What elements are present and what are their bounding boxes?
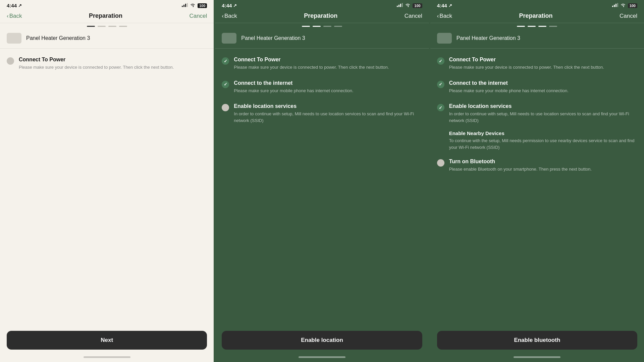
step-desc-3-1: Please make sure your device is connecte… — [449, 64, 604, 71]
battery-badge-1: 100 — [198, 3, 207, 8]
step-content-2-1: Connect To Power Please make sure your d… — [234, 57, 389, 71]
step-title-2-1: Connect To Power — [234, 57, 389, 63]
action-button-3[interactable]: Enable bluetooth — [437, 331, 637, 350]
status-time-2: 4:44 ↗ — [222, 3, 237, 8]
bottom-area-2: Enable location — [215, 327, 429, 356]
step-title-2-2: Connect to the internet — [234, 80, 353, 86]
signal-icon-2 — [397, 3, 403, 8]
sub-step-title-3-1: Enable Nearby Devices — [449, 130, 637, 136]
phone-panel-2: 4:44 ↗ 100 ‹ Back Preparation Cancel Pan… — [215, 0, 429, 362]
progress-dot-2-3 — [323, 26, 331, 27]
step-item-3-4: Turn on Bluetooth Please enable Bluetoot… — [430, 154, 644, 177]
step-title-1-1: Connect To Power — [19, 57, 174, 63]
progress-dots-1 — [0, 23, 214, 28]
device-icon-1 — [7, 33, 21, 44]
svg-rect-2 — [185, 4, 186, 7]
signal-icon-1 — [182, 3, 188, 8]
step-indicator-2-3 — [222, 104, 229, 111]
status-icons-2: 100 — [397, 3, 422, 8]
progress-dots-2 — [215, 23, 429, 28]
step-desc-2-1: Please make sure your device is connecte… — [234, 64, 389, 71]
progress-dot-1-1 — [87, 26, 95, 27]
home-indicator-3 — [514, 356, 560, 358]
steps-list-3: Connect To Power Please make sure your d… — [430, 49, 644, 327]
device-header-2: Panel Heater Generation 3 — [215, 28, 429, 49]
device-name-1: Panel Heater Generation 3 — [26, 35, 90, 41]
progress-dot-1-3 — [108, 26, 116, 27]
progress-dot-2-4 — [334, 26, 342, 27]
device-header-1: Panel Heater Generation 3 — [0, 28, 214, 49]
step-item-2-2: Connect to the internet Please make sure… — [215, 75, 429, 99]
step-title-3-1: Connect To Power — [449, 57, 604, 63]
wifi-icon-1 — [190, 3, 196, 8]
nav-bar-3: ‹ Back Preparation Cancel — [430, 10, 644, 23]
step-title-3-3: Enable location services — [449, 103, 637, 109]
back-button-1[interactable]: ‹ Back — [7, 13, 22, 19]
cancel-button-2[interactable]: Cancel — [405, 13, 422, 19]
nav-bar-2: ‹ Back Preparation Cancel — [215, 10, 429, 23]
step-desc-2-2: Please make sure your mobile phone has i… — [234, 87, 353, 94]
phone-panel-1: 4:44 ↗ 100 ‹ Back Preparation Cancel Pan… — [0, 0, 214, 362]
step-indicator-1-1 — [7, 57, 14, 65]
step-item-2-3: Enable location services In order to con… — [215, 99, 429, 128]
cancel-button-1[interactable]: Cancel — [189, 13, 207, 19]
wifi-icon-3 — [620, 3, 626, 8]
step-desc-2-3: In order to continue with setup, Mill ne… — [234, 111, 422, 124]
step-item-3-2: Connect to the internet Please make sure… — [430, 75, 644, 99]
location-arrow-icon: ↗ — [18, 3, 22, 8]
svg-rect-9 — [614, 5, 615, 7]
action-button-1[interactable]: Next — [7, 331, 207, 350]
steps-list-2: Connect To Power Please make sure your d… — [215, 49, 429, 327]
device-icon-2 — [222, 33, 236, 44]
svg-rect-0 — [182, 6, 183, 7]
step-content-3-2: Connect to the internet Please make sure… — [449, 80, 569, 94]
step-content-3-4: Turn on Bluetooth Please enable Bluetoot… — [449, 159, 592, 173]
status-time-1: 4:44 ↗ — [7, 3, 22, 8]
action-button-2[interactable]: Enable location — [222, 331, 422, 350]
step-desc-3-2: Please make sure your mobile phone has i… — [449, 87, 569, 94]
step-title-3-4: Turn on Bluetooth — [449, 159, 592, 165]
cancel-button-3[interactable]: Cancel — [620, 13, 637, 19]
progress-dots-3 — [430, 23, 644, 28]
svg-rect-4 — [397, 6, 398, 7]
status-bar-1: 4:44 ↗ 100 — [0, 0, 214, 10]
progress-dot-1-2 — [98, 26, 106, 27]
status-time-3: 4:44 ↗ — [437, 3, 452, 8]
step-content-2-2: Connect to the internet Please make sure… — [234, 80, 353, 94]
phone-panel-3: 4:44 ↗ 100 ‹ Back Preparation Cancel Pan… — [430, 0, 644, 362]
battery-badge-2: 100 — [413, 3, 422, 8]
back-button-2[interactable]: ‹ Back — [222, 13, 237, 19]
device-name-2: Panel Heater Generation 3 — [241, 35, 305, 41]
svg-rect-8 — [612, 6, 613, 7]
step-content-3-3: Enable location services In order to con… — [449, 103, 637, 124]
svg-rect-3 — [187, 3, 188, 7]
step-indicator-3-3 — [437, 104, 444, 111]
home-indicator-2 — [299, 356, 345, 358]
step-indicator-2-1 — [222, 57, 229, 65]
step-desc-3-4: Please enable Bluetooth on your smartpho… — [449, 166, 592, 173]
steps-list-1: Connect To Power Please make sure your d… — [0, 49, 214, 327]
step-desc-3-3: In order to continue with setup, Mill ne… — [449, 111, 637, 124]
device-name-3: Panel Heater Generation 3 — [457, 35, 520, 41]
signal-icon-3 — [612, 3, 618, 8]
svg-rect-7 — [402, 3, 403, 7]
sub-step-desc-3-1: To continue with the setup, Mill needs p… — [449, 137, 637, 150]
status-bar-3: 4:44 ↗ 100 — [430, 0, 644, 10]
progress-dot-3-2 — [528, 26, 536, 27]
bottom-area-3: Enable bluetooth — [430, 327, 644, 356]
progress-dot-3-3 — [538, 26, 546, 27]
device-header-3: Panel Heater Generation 3 — [430, 28, 644, 49]
back-button-3[interactable]: ‹ Back — [437, 13, 452, 19]
svg-rect-5 — [398, 5, 399, 7]
progress-dot-2-1 — [302, 26, 310, 27]
svg-rect-10 — [615, 4, 616, 7]
bottom-area-1: Next — [0, 327, 214, 356]
location-arrow-icon-2: ↗ — [233, 3, 237, 8]
step-title-3-2: Connect to the internet — [449, 80, 569, 86]
progress-dot-3-4 — [549, 26, 557, 27]
step-desc-1-1: Please make sure your device is connecte… — [19, 64, 174, 71]
status-bar-2: 4:44 ↗ 100 — [215, 0, 429, 10]
svg-rect-11 — [617, 3, 618, 7]
svg-rect-6 — [400, 4, 401, 7]
step-item-3-3: Enable location services In order to con… — [430, 99, 644, 128]
